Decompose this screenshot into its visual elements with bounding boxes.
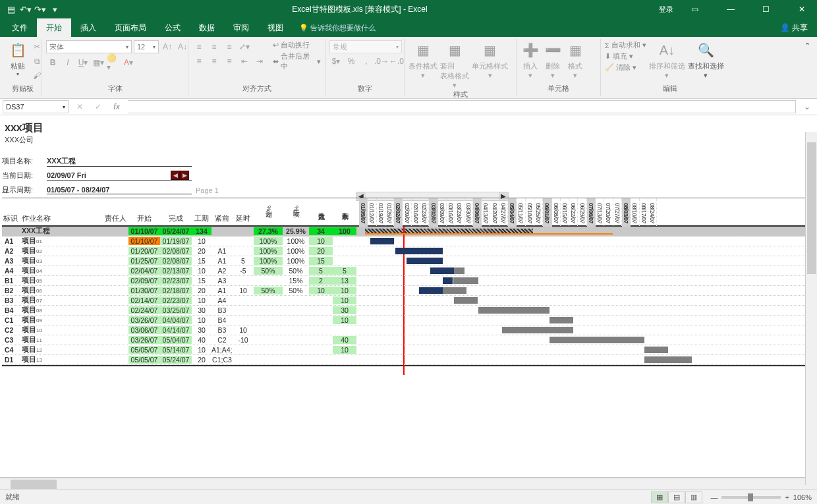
- enter-formula-icon[interactable]: ✓: [91, 100, 105, 113]
- indent-inc-icon[interactable]: ⇥: [253, 55, 266, 68]
- zoom-in-icon[interactable]: +: [785, 493, 789, 501]
- formula-input[interactable]: [128, 100, 796, 113]
- zoom-out-icon[interactable]: —: [710, 493, 718, 501]
- cut-icon[interactable]: ✂: [30, 40, 43, 53]
- worksheet[interactable]: xxx项目 XXX公司 项目名称:XXX工程 当前日期:02/09/07 Fri…: [0, 115, 817, 478]
- find-select-button[interactable]: 🔍查找和选择▾: [688, 40, 724, 80]
- tab-review[interactable]: 审阅: [224, 18, 258, 37]
- ribbon-panel: 📋粘贴▾ ✂ ⧉ 🖌 剪贴板 宋体▾ 12▾ A↑ A↓ B I U▾ ▦▾ 🟡…: [0, 37, 817, 99]
- horizontal-scrollbar[interactable]: [0, 478, 817, 490]
- redo-icon[interactable]: ↷▾: [34, 3, 46, 15]
- date-column: 08/10/07: [631, 198, 639, 227]
- decrease-font-icon[interactable]: A↓: [176, 40, 189, 53]
- dec-decimal-icon[interactable]: ←.0: [390, 55, 403, 68]
- cond-format-button[interactable]: ▦条件格式▾: [408, 40, 437, 80]
- format-painter-icon[interactable]: 🖌: [30, 69, 43, 82]
- cancel-formula-icon[interactable]: ✕: [72, 100, 87, 113]
- task-row[interactable]: A1项目0101/10/0701/19/0710100%100%10: [2, 237, 817, 246]
- minimize-icon[interactable]: —: [717, 0, 745, 18]
- insert-cells-button[interactable]: ➕插入▾: [521, 40, 540, 80]
- task-row[interactable]: B1项目0502/09/0702/23/0715A315%213: [2, 276, 817, 286]
- summary-row[interactable]: XXX工程01/10/0705/24/0713427.3%25.9%34100: [2, 227, 817, 237]
- font-name-select[interactable]: 宋体▾: [46, 40, 132, 53]
- delete-cells-button[interactable]: ➖删除▾: [543, 40, 563, 80]
- align-left-icon[interactable]: ≡: [192, 55, 206, 68]
- copy-icon[interactable]: ⧉: [30, 55, 43, 68]
- date-column: 07/13/07: [596, 198, 604, 227]
- clear-button[interactable]: 🧹 清除 ▾: [605, 63, 646, 72]
- indent-dec-icon[interactable]: ⇤: [238, 55, 251, 68]
- underline-icon[interactable]: U▾: [76, 56, 90, 69]
- align-center-icon[interactable]: ≡: [208, 55, 221, 68]
- close-icon[interactable]: ✕: [788, 0, 816, 18]
- task-row[interactable]: C2项目1003/06/0704/14/0730B310: [2, 325, 817, 335]
- collapse-ribbon-icon[interactable]: ⌃: [802, 39, 813, 96]
- vertical-scrollbar[interactable]: [805, 132, 817, 485]
- font-color-icon[interactable]: A▾: [122, 56, 135, 69]
- date-column: 06/01/07: [543, 198, 551, 227]
- border-icon[interactable]: ▦▾: [92, 56, 105, 69]
- task-row[interactable]: B2项目0601/30/0702/18/0720A11050%50%1010: [2, 286, 817, 296]
- inc-decimal-icon[interactable]: .0→: [375, 55, 388, 68]
- wrap-text-button[interactable]: ↩ 自动换行: [273, 40, 321, 50]
- increase-font-icon[interactable]: A↑: [161, 40, 174, 53]
- currency-icon[interactable]: $▾: [329, 55, 343, 68]
- table-format-button[interactable]: ▦套用 表格格式▾: [440, 40, 469, 90]
- tab-home[interactable]: 开始: [37, 18, 71, 37]
- align-right-icon[interactable]: ≡: [223, 55, 236, 68]
- merge-center-button[interactable]: ⬌ 合并后居中 ▾: [273, 51, 321, 71]
- task-row[interactable]: A3项目0301/25/0702/08/0715A15100%100%15: [2, 256, 817, 266]
- comma-icon[interactable]: ,: [360, 55, 373, 68]
- tab-view[interactable]: 视图: [258, 18, 293, 37]
- page-break-view-icon[interactable]: ▥: [685, 491, 702, 503]
- task-row[interactable]: A2项目0201/20/0702/08/0720A1100%100%20: [2, 246, 817, 256]
- tab-file[interactable]: 文件: [3, 18, 37, 37]
- task-row[interactable]: C4项目1205/05/0705/14/0710A1;A4;C310: [2, 345, 817, 355]
- page-layout-view-icon[interactable]: ▤: [668, 491, 685, 503]
- task-row[interactable]: A4项目0402/04/0702/13/0710A2-550%50%55: [2, 266, 817, 276]
- login-link[interactable]: 登录: [659, 5, 673, 14]
- autosum-button[interactable]: Σ 自动求和 ▾: [605, 40, 646, 50]
- task-row[interactable]: D1项目1305/05/0705/24/0720C1;C3: [2, 355, 817, 365]
- save-icon[interactable]: ▤: [5, 3, 17, 15]
- ribbon-display-icon[interactable]: ▭: [681, 0, 709, 18]
- fx-icon[interactable]: fx: [109, 100, 124, 113]
- expand-formula-icon[interactable]: ⌄: [800, 100, 814, 113]
- italic-icon[interactable]: I: [61, 56, 74, 69]
- prev-date-icon[interactable]: ◀: [171, 171, 180, 180]
- number-format-select[interactable]: 常规▾: [329, 40, 402, 53]
- format-cells-button[interactable]: ▦格式▾: [565, 40, 585, 80]
- name-box[interactable]: DS37▾: [3, 100, 69, 113]
- undo-icon[interactable]: ↶▾: [20, 3, 32, 15]
- maximize-icon[interactable]: ☐: [752, 0, 780, 18]
- percent-icon[interactable]: %: [345, 55, 358, 68]
- share-button[interactable]: 👤 共享: [780, 18, 817, 37]
- align-bottom-icon[interactable]: ≡: [223, 40, 236, 53]
- align-top-icon[interactable]: ≡: [192, 40, 206, 53]
- tab-layout[interactable]: 页面布局: [105, 18, 155, 37]
- fill-color-icon[interactable]: 🟡▾: [107, 56, 120, 69]
- normal-view-icon[interactable]: ▦: [651, 491, 668, 503]
- group-edit: 编辑: [605, 84, 735, 95]
- tab-formula[interactable]: 公式: [155, 18, 190, 37]
- font-size-select[interactable]: 12▾: [134, 40, 159, 53]
- zoom-slider[interactable]: [721, 496, 781, 499]
- qat-customize-icon[interactable]: ▾: [49, 3, 61, 15]
- task-row[interactable]: B4项目0802/24/0703/25/0730B330: [2, 306, 817, 316]
- task-row[interactable]: C1项目0903/26/0704/04/0710B410: [2, 316, 817, 325]
- task-row[interactable]: B3项目0702/14/0702/23/0710A410: [2, 296, 817, 306]
- align-middle-icon[interactable]: ≡: [208, 40, 221, 53]
- tab-data[interactable]: 数据: [190, 18, 224, 37]
- cell-style-button[interactable]: ▦单元格样式▾: [472, 40, 508, 80]
- zoom-level[interactable]: 106%: [793, 493, 812, 501]
- bold-icon[interactable]: B: [46, 56, 59, 69]
- orientation-icon[interactable]: ⤢▾: [238, 40, 251, 53]
- task-row[interactable]: C3项目1103/26/0705/04/0740C2-1040: [2, 335, 817, 345]
- next-date-icon[interactable]: ▶: [180, 171, 189, 180]
- group-font: 字体: [46, 84, 184, 95]
- tab-insert[interactable]: 插入: [71, 18, 105, 37]
- paste-button[interactable]: 📋粘贴▾: [8, 40, 28, 77]
- tell-me-input[interactable]: 💡 告诉我你想要做什么: [293, 18, 376, 37]
- sort-filter-button[interactable]: A↓排序和筛选▾: [649, 40, 685, 80]
- fill-button[interactable]: ⬇ 填充 ▾: [605, 51, 646, 61]
